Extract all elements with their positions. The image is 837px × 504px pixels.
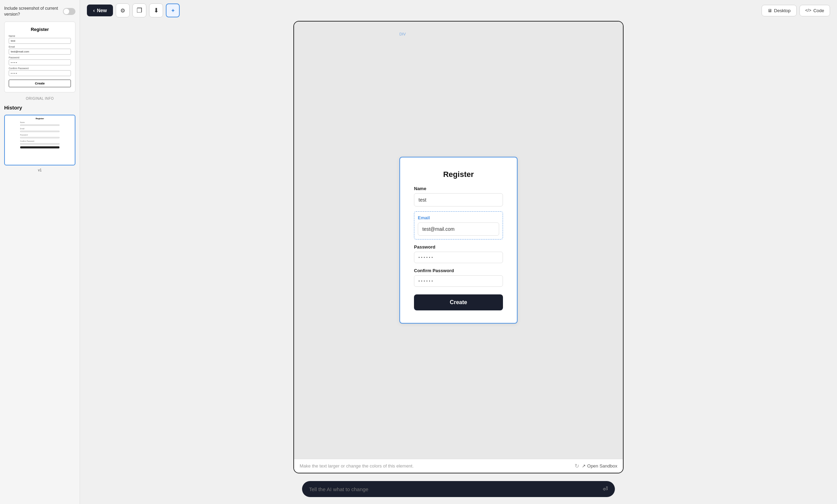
ai-input-bar: ⏎ [80,477,837,504]
email-input[interactable] [418,222,499,236]
canvas-wrapper: DIV Register Name Email Password [80,21,837,477]
cursor-icon-button[interactable]: ✦ [166,3,180,17]
register-title: Register [414,170,503,179]
email-label: Email [418,215,499,220]
download-icon: ⬇ [154,7,159,14]
download-icon-button[interactable]: ⬇ [149,3,163,17]
main-area: ‹ New ⚙ ❐ ⬇ ✦ 🖥 Desktop </> Code [80,0,837,504]
original-info-label: ORIGINAL INFO [4,97,75,100]
code-icon: </> [805,8,811,13]
code-label: Code [813,8,824,13]
new-button-label: New [97,8,107,13]
confirm-password-group: Confirm Password [414,268,503,287]
canvas-tooltip: Make the text larger or change the color… [294,459,623,473]
preview-name-input[interactable] [9,38,71,44]
preview-email-input[interactable] [9,49,71,55]
email-group: Email [414,211,503,239]
preview-password-label: Password [9,56,71,59]
new-button[interactable]: ‹ New [87,5,113,16]
sidebar: Include screenshot of current version? R… [0,0,80,504]
chevron-left-icon: ‹ [93,8,95,13]
toolbar: ‹ New ⚙ ❐ ⬇ ✦ 🖥 Desktop </> Code [80,0,837,21]
code-button[interactable]: </> Code [799,5,830,16]
copy-icon: ❐ [137,7,142,14]
toolbar-right: 🖥 Desktop </> Code [762,5,830,16]
confirm-password-label: Confirm Password [414,268,503,273]
create-button[interactable]: Create [414,294,503,310]
password-label: Password [414,244,503,250]
history-version-label: v1 [4,168,75,172]
history-thumbnail-v1[interactable]: Register Name Email Password Confirm Pas… [4,115,75,165]
div-overlay-label: DIV [399,32,406,36]
settings-icon-button[interactable]: ⚙ [116,3,130,17]
desktop-button[interactable]: 🖥 Desktop [762,5,797,16]
copy-icon-button[interactable]: ❐ [132,3,146,17]
preview-name-label: Name [9,35,71,37]
password-group: Password [414,244,503,263]
ai-input-container: ⏎ [302,481,615,497]
canvas-inner: DIV Register Name Email Password [294,22,623,459]
open-sandbox-button[interactable]: ↗ Open Sandbox [582,463,617,469]
external-link-icon: ↗ [582,463,586,469]
settings-icon: ⚙ [120,7,125,14]
refresh-icon[interactable]: ↻ [575,463,579,469]
name-input[interactable] [414,193,503,206]
preview-email-label: Email [9,46,71,48]
original-preview-card: Register Name Email Password Confirm Pas… [4,22,75,92]
history-label: History [4,105,75,111]
tooltip-text: Make the text larger or change the color… [300,463,414,469]
desktop-label: Desktop [774,8,791,13]
screenshot-toggle-row: Include screenshot of current version? [4,6,75,17]
enter-icon[interactable]: ⏎ [603,485,608,493]
preview-password-input[interactable] [9,59,71,65]
screenshot-toggle[interactable] [63,8,75,15]
cursor-icon: ✦ [171,7,175,14]
register-card: Register Name Email Password Con [399,157,518,324]
preview-confirm-label: Confirm Password [9,67,71,70]
preview-confirm-input[interactable] [9,70,71,76]
confirm-password-input[interactable] [414,275,503,287]
monitor-icon: 🖥 [767,8,772,13]
ai-prompt-input[interactable] [309,486,599,492]
name-group: Name [414,186,503,206]
name-label: Name [414,186,503,191]
open-sandbox-label: Open Sandbox [587,463,617,469]
preview-create-button[interactable]: Create [9,80,71,87]
canvas-frame: DIV Register Name Email Password [293,21,624,473]
toggle-label: Include screenshot of current version? [4,6,60,17]
preview-title: Register [9,27,71,32]
password-input[interactable] [414,252,503,263]
